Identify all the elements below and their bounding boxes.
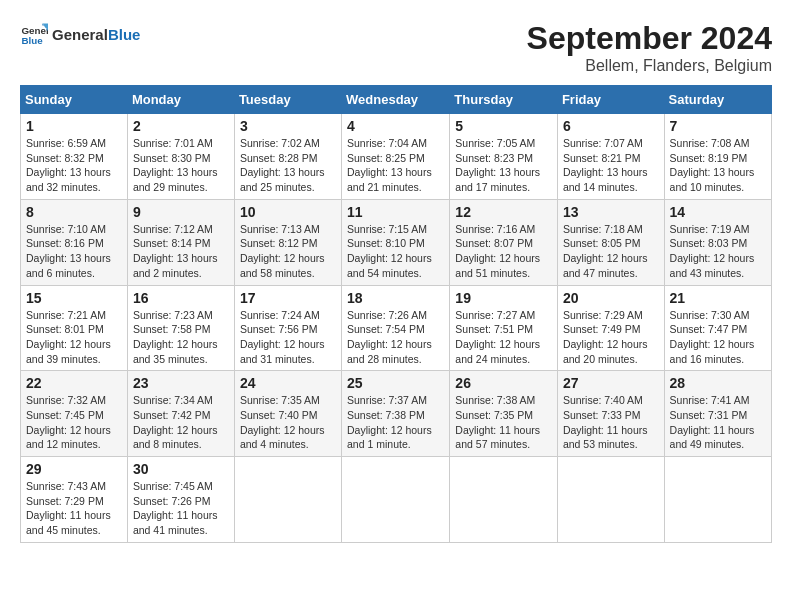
- table-row: [234, 457, 341, 543]
- col-sunday: Sunday: [21, 86, 128, 114]
- calendar-week-row: 1Sunrise: 6:59 AM Sunset: 8:32 PM Daylig…: [21, 114, 772, 200]
- day-number: 30: [133, 461, 229, 477]
- day-info: Sunrise: 7:13 AM Sunset: 8:12 PM Dayligh…: [240, 222, 336, 281]
- col-friday: Friday: [557, 86, 664, 114]
- table-row: 7Sunrise: 7:08 AM Sunset: 8:19 PM Daylig…: [664, 114, 771, 200]
- table-row: 11Sunrise: 7:15 AM Sunset: 8:10 PM Dayli…: [342, 199, 450, 285]
- calendar-header-row: Sunday Monday Tuesday Wednesday Thursday…: [21, 86, 772, 114]
- day-number: 27: [563, 375, 659, 391]
- location: Bellem, Flanders, Belgium: [527, 57, 772, 75]
- day-number: 14: [670, 204, 766, 220]
- table-row: 18Sunrise: 7:26 AM Sunset: 7:54 PM Dayli…: [342, 285, 450, 371]
- col-monday: Monday: [127, 86, 234, 114]
- table-row: 20Sunrise: 7:29 AM Sunset: 7:49 PM Dayli…: [557, 285, 664, 371]
- table-row: 3Sunrise: 7:02 AM Sunset: 8:28 PM Daylig…: [234, 114, 341, 200]
- logo: General Blue GeneralBlue: [20, 20, 140, 48]
- table-row: 29Sunrise: 7:43 AM Sunset: 7:29 PM Dayli…: [21, 457, 128, 543]
- day-info: Sunrise: 7:12 AM Sunset: 8:14 PM Dayligh…: [133, 222, 229, 281]
- day-number: 5: [455, 118, 552, 134]
- table-row: [664, 457, 771, 543]
- day-number: 23: [133, 375, 229, 391]
- day-number: 22: [26, 375, 122, 391]
- day-number: 16: [133, 290, 229, 306]
- day-number: 18: [347, 290, 444, 306]
- table-row: 21Sunrise: 7:30 AM Sunset: 7:47 PM Dayli…: [664, 285, 771, 371]
- day-number: 3: [240, 118, 336, 134]
- day-info: Sunrise: 7:10 AM Sunset: 8:16 PM Dayligh…: [26, 222, 122, 281]
- day-info: Sunrise: 7:34 AM Sunset: 7:42 PM Dayligh…: [133, 393, 229, 452]
- table-row: 26Sunrise: 7:38 AM Sunset: 7:35 PM Dayli…: [450, 371, 558, 457]
- day-info: Sunrise: 7:23 AM Sunset: 7:58 PM Dayligh…: [133, 308, 229, 367]
- table-row: 6Sunrise: 7:07 AM Sunset: 8:21 PM Daylig…: [557, 114, 664, 200]
- table-row: 28Sunrise: 7:41 AM Sunset: 7:31 PM Dayli…: [664, 371, 771, 457]
- day-info: Sunrise: 7:29 AM Sunset: 7:49 PM Dayligh…: [563, 308, 659, 367]
- day-number: 8: [26, 204, 122, 220]
- calendar-week-row: 22Sunrise: 7:32 AM Sunset: 7:45 PM Dayli…: [21, 371, 772, 457]
- day-info: Sunrise: 7:04 AM Sunset: 8:25 PM Dayligh…: [347, 136, 444, 195]
- day-number: 21: [670, 290, 766, 306]
- month-title: September 2024: [527, 20, 772, 57]
- day-info: Sunrise: 6:59 AM Sunset: 8:32 PM Dayligh…: [26, 136, 122, 195]
- table-row: 15Sunrise: 7:21 AM Sunset: 8:01 PM Dayli…: [21, 285, 128, 371]
- page-header: General Blue GeneralBlue September 2024 …: [20, 20, 772, 75]
- table-row: [557, 457, 664, 543]
- table-row: 8Sunrise: 7:10 AM Sunset: 8:16 PM Daylig…: [21, 199, 128, 285]
- day-info: Sunrise: 7:02 AM Sunset: 8:28 PM Dayligh…: [240, 136, 336, 195]
- day-info: Sunrise: 7:43 AM Sunset: 7:29 PM Dayligh…: [26, 479, 122, 538]
- day-number: 28: [670, 375, 766, 391]
- day-number: 11: [347, 204, 444, 220]
- table-row: 5Sunrise: 7:05 AM Sunset: 8:23 PM Daylig…: [450, 114, 558, 200]
- day-info: Sunrise: 7:21 AM Sunset: 8:01 PM Dayligh…: [26, 308, 122, 367]
- table-row: 27Sunrise: 7:40 AM Sunset: 7:33 PM Dayli…: [557, 371, 664, 457]
- table-row: 30Sunrise: 7:45 AM Sunset: 7:26 PM Dayli…: [127, 457, 234, 543]
- day-info: Sunrise: 7:27 AM Sunset: 7:51 PM Dayligh…: [455, 308, 552, 367]
- day-info: Sunrise: 7:24 AM Sunset: 7:56 PM Dayligh…: [240, 308, 336, 367]
- day-number: 4: [347, 118, 444, 134]
- table-row: 14Sunrise: 7:19 AM Sunset: 8:03 PM Dayli…: [664, 199, 771, 285]
- day-number: 2: [133, 118, 229, 134]
- logo-line1: GeneralBlue: [52, 26, 140, 43]
- table-row: 16Sunrise: 7:23 AM Sunset: 7:58 PM Dayli…: [127, 285, 234, 371]
- day-info: Sunrise: 7:19 AM Sunset: 8:03 PM Dayligh…: [670, 222, 766, 281]
- day-info: Sunrise: 7:45 AM Sunset: 7:26 PM Dayligh…: [133, 479, 229, 538]
- day-info: Sunrise: 7:26 AM Sunset: 7:54 PM Dayligh…: [347, 308, 444, 367]
- table-row: [342, 457, 450, 543]
- table-row: 25Sunrise: 7:37 AM Sunset: 7:38 PM Dayli…: [342, 371, 450, 457]
- table-row: 4Sunrise: 7:04 AM Sunset: 8:25 PM Daylig…: [342, 114, 450, 200]
- calendar-week-row: 15Sunrise: 7:21 AM Sunset: 8:01 PM Dayli…: [21, 285, 772, 371]
- table-row: 9Sunrise: 7:12 AM Sunset: 8:14 PM Daylig…: [127, 199, 234, 285]
- day-info: Sunrise: 7:30 AM Sunset: 7:47 PM Dayligh…: [670, 308, 766, 367]
- col-tuesday: Tuesday: [234, 86, 341, 114]
- day-info: Sunrise: 7:32 AM Sunset: 7:45 PM Dayligh…: [26, 393, 122, 452]
- table-row: [450, 457, 558, 543]
- day-number: 9: [133, 204, 229, 220]
- logo-icon: General Blue: [20, 20, 48, 48]
- calendar-week-row: 29Sunrise: 7:43 AM Sunset: 7:29 PM Dayli…: [21, 457, 772, 543]
- day-number: 25: [347, 375, 444, 391]
- day-number: 12: [455, 204, 552, 220]
- day-info: Sunrise: 7:38 AM Sunset: 7:35 PM Dayligh…: [455, 393, 552, 452]
- day-info: Sunrise: 7:41 AM Sunset: 7:31 PM Dayligh…: [670, 393, 766, 452]
- col-saturday: Saturday: [664, 86, 771, 114]
- table-row: 19Sunrise: 7:27 AM Sunset: 7:51 PM Dayli…: [450, 285, 558, 371]
- title-block: September 2024 Bellem, Flanders, Belgium: [527, 20, 772, 75]
- day-info: Sunrise: 7:18 AM Sunset: 8:05 PM Dayligh…: [563, 222, 659, 281]
- day-info: Sunrise: 7:05 AM Sunset: 8:23 PM Dayligh…: [455, 136, 552, 195]
- day-info: Sunrise: 7:15 AM Sunset: 8:10 PM Dayligh…: [347, 222, 444, 281]
- col-thursday: Thursday: [450, 86, 558, 114]
- day-number: 1: [26, 118, 122, 134]
- day-number: 26: [455, 375, 552, 391]
- day-info: Sunrise: 7:37 AM Sunset: 7:38 PM Dayligh…: [347, 393, 444, 452]
- calendar-table: Sunday Monday Tuesday Wednesday Thursday…: [20, 85, 772, 543]
- table-row: 22Sunrise: 7:32 AM Sunset: 7:45 PM Dayli…: [21, 371, 128, 457]
- day-number: 15: [26, 290, 122, 306]
- day-number: 24: [240, 375, 336, 391]
- table-row: 24Sunrise: 7:35 AM Sunset: 7:40 PM Dayli…: [234, 371, 341, 457]
- day-info: Sunrise: 7:07 AM Sunset: 8:21 PM Dayligh…: [563, 136, 659, 195]
- col-wednesday: Wednesday: [342, 86, 450, 114]
- table-row: 12Sunrise: 7:16 AM Sunset: 8:07 PM Dayli…: [450, 199, 558, 285]
- day-number: 29: [26, 461, 122, 477]
- table-row: 23Sunrise: 7:34 AM Sunset: 7:42 PM Dayli…: [127, 371, 234, 457]
- day-number: 10: [240, 204, 336, 220]
- day-number: 7: [670, 118, 766, 134]
